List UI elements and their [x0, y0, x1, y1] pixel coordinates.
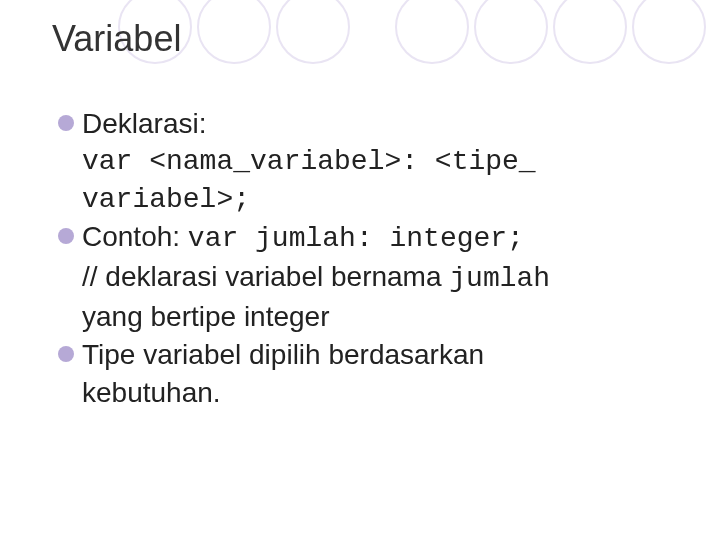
- bullet-item-contoh: Contoh: var jumlah: integer;: [58, 219, 668, 257]
- bullet-text: Tipe variabel dipilih berdasarkan: [82, 337, 484, 373]
- bullet-label: Contoh: var jumlah: integer;: [82, 219, 524, 257]
- desc-text: // deklarasi variabel bernama: [82, 261, 449, 292]
- contoh-label: Contoh:: [82, 221, 188, 252]
- slide: Variabel Deklarasi: var <nama_variabel>:…: [0, 0, 720, 411]
- bullet-item-deklarasi: Deklarasi:: [58, 106, 668, 142]
- code-line: var <nama_variabel>: <tipe_: [58, 144, 668, 180]
- description-line: yang bertipe integer: [58, 299, 668, 335]
- desc-code: jumlah: [449, 263, 550, 294]
- description-line: // deklarasi variabel bernama jumlah: [58, 259, 668, 297]
- slide-title: Variabel: [52, 18, 668, 60]
- slide-content: Deklarasi: var <nama_variabel>: <tipe_ v…: [52, 106, 668, 411]
- bullet-label: Deklarasi:: [82, 106, 206, 142]
- contoh-code: var jumlah: integer;: [188, 223, 524, 254]
- bullet-text-cont: kebutuhan.: [58, 375, 668, 411]
- bullet-icon: [58, 228, 74, 244]
- code-line: variabel>;: [58, 182, 668, 218]
- bullet-icon: [58, 346, 74, 362]
- bullet-icon: [58, 115, 74, 131]
- bullet-item-tipe: Tipe variabel dipilih berdasarkan: [58, 337, 668, 373]
